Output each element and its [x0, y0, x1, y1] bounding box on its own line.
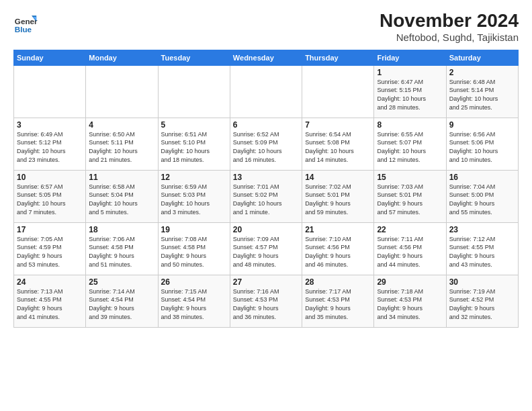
day-info: Sunrise: 6:58 AM Sunset: 5:04 PM Dayligh… [89, 183, 154, 216]
day-number: 2 [449, 68, 515, 77]
calendar-cell: 14Sunrise: 7:02 AM Sunset: 5:01 PM Dayli… [302, 170, 374, 222]
logo: General Blue General Blue [13, 11, 38, 35]
col-monday: Monday [86, 50, 158, 65]
page-title: November 2024 [380, 11, 519, 32]
day-number: 23 [449, 225, 515, 234]
day-number: 25 [89, 277, 154, 287]
day-info: Sunrise: 7:13 AM Sunset: 4:55 PM Dayligh… [17, 287, 83, 321]
calendar-cell: 12Sunrise: 6:59 AM Sunset: 5:03 PM Dayli… [158, 170, 230, 222]
day-number: 1 [377, 68, 443, 77]
day-info: Sunrise: 7:02 AM Sunset: 5:01 PM Dayligh… [305, 183, 371, 216]
day-info: Sunrise: 7:04 AM Sunset: 5:00 PM Dayligh… [449, 183, 515, 216]
day-info: Sunrise: 6:47 AM Sunset: 5:15 PM Dayligh… [377, 78, 443, 111]
day-info: Sunrise: 6:56 AM Sunset: 5:06 PM Dayligh… [449, 130, 515, 164]
calendar-table: Sunday Monday Tuesday Wednesday Thursday… [13, 50, 519, 328]
col-thursday: Thursday [302, 50, 374, 65]
calendar-cell: 26Sunrise: 7:15 AM Sunset: 4:54 PM Dayli… [158, 275, 230, 327]
day-info: Sunrise: 7:14 AM Sunset: 4:54 PM Dayligh… [89, 287, 154, 321]
calendar-week-3: 10Sunrise: 6:57 AM Sunset: 5:05 PM Dayli… [14, 170, 519, 222]
day-info: Sunrise: 6:59 AM Sunset: 5:03 PM Dayligh… [161, 183, 227, 216]
svg-text:Blue: Blue [15, 25, 32, 34]
day-number: 24 [17, 277, 83, 287]
calendar-cell: 21Sunrise: 7:10 AM Sunset: 4:56 PM Dayli… [302, 222, 374, 275]
calendar-cell: 4Sunrise: 6:50 AM Sunset: 5:11 PM Daylig… [86, 118, 158, 170]
day-info: Sunrise: 7:03 AM Sunset: 5:01 PM Dayligh… [377, 183, 443, 216]
calendar-cell [302, 65, 374, 118]
calendar-cell: 8Sunrise: 6:55 AM Sunset: 5:07 PM Daylig… [374, 118, 446, 170]
day-number: 7 [305, 120, 371, 130]
calendar-week-1: 1Sunrise: 6:47 AM Sunset: 5:15 PM Daylig… [14, 65, 519, 118]
day-info: Sunrise: 6:50 AM Sunset: 5:11 PM Dayligh… [89, 130, 154, 164]
day-number: 21 [305, 225, 371, 234]
day-info: Sunrise: 6:51 AM Sunset: 5:10 PM Dayligh… [161, 130, 227, 164]
calendar-cell [230, 65, 302, 118]
day-number: 10 [17, 173, 83, 182]
day-number: 28 [305, 277, 371, 287]
day-info: Sunrise: 6:49 AM Sunset: 5:12 PM Dayligh… [17, 130, 83, 164]
calendar-cell: 18Sunrise: 7:06 AM Sunset: 4:58 PM Dayli… [86, 222, 158, 275]
title-block: November 2024 Neftobod, Sughd, Tajikista… [380, 11, 519, 43]
calendar-cell: 5Sunrise: 6:51 AM Sunset: 5:10 PM Daylig… [158, 118, 230, 170]
calendar-cell: 29Sunrise: 7:18 AM Sunset: 4:53 PM Dayli… [374, 275, 446, 327]
calendar-cell: 30Sunrise: 7:19 AM Sunset: 4:52 PM Dayli… [446, 275, 518, 327]
calendar-cell: 9Sunrise: 6:56 AM Sunset: 5:06 PM Daylig… [446, 118, 518, 170]
day-info: Sunrise: 7:11 AM Sunset: 4:56 PM Dayligh… [377, 235, 443, 269]
day-number: 3 [17, 120, 83, 130]
calendar-cell: 24Sunrise: 7:13 AM Sunset: 4:55 PM Dayli… [14, 275, 86, 327]
day-number: 14 [305, 173, 371, 182]
calendar-cell [158, 65, 230, 118]
calendar-cell: 20Sunrise: 7:09 AM Sunset: 4:57 PM Dayli… [230, 222, 302, 275]
day-info: Sunrise: 7:10 AM Sunset: 4:56 PM Dayligh… [305, 235, 371, 269]
calendar-cell: 25Sunrise: 7:14 AM Sunset: 4:54 PM Dayli… [86, 275, 158, 327]
col-wednesday: Wednesday [230, 50, 302, 65]
col-friday: Friday [374, 50, 446, 65]
day-info: Sunrise: 6:55 AM Sunset: 5:07 PM Dayligh… [377, 130, 443, 164]
day-number: 13 [233, 173, 299, 182]
calendar-cell: 3Sunrise: 6:49 AM Sunset: 5:12 PM Daylig… [14, 118, 86, 170]
day-info: Sunrise: 7:12 AM Sunset: 4:55 PM Dayligh… [449, 235, 515, 269]
header: General Blue General Blue November 2024 … [13, 11, 519, 43]
day-info: Sunrise: 7:19 AM Sunset: 4:52 PM Dayligh… [449, 287, 515, 321]
day-number: 9 [449, 120, 515, 130]
day-number: 20 [233, 225, 299, 234]
logo-icon: General Blue [13, 11, 38, 35]
day-number: 22 [377, 225, 443, 234]
day-info: Sunrise: 7:01 AM Sunset: 5:02 PM Dayligh… [233, 183, 299, 216]
calendar-cell: 1Sunrise: 6:47 AM Sunset: 5:15 PM Daylig… [374, 65, 446, 118]
day-number: 11 [89, 173, 154, 182]
calendar-cell: 23Sunrise: 7:12 AM Sunset: 4:55 PM Dayli… [446, 222, 518, 275]
day-info: Sunrise: 7:05 AM Sunset: 4:59 PM Dayligh… [17, 235, 83, 269]
calendar-cell: 7Sunrise: 6:54 AM Sunset: 5:08 PM Daylig… [302, 118, 374, 170]
calendar-cell [86, 65, 158, 118]
day-info: Sunrise: 7:09 AM Sunset: 4:57 PM Dayligh… [233, 235, 299, 269]
calendar-cell: 2Sunrise: 6:48 AM Sunset: 5:14 PM Daylig… [446, 65, 518, 118]
day-number: 5 [161, 120, 227, 130]
day-number: 12 [161, 173, 227, 182]
day-number: 26 [161, 277, 227, 287]
header-row: Sunday Monday Tuesday Wednesday Thursday… [14, 50, 519, 65]
day-number: 8 [377, 120, 443, 130]
col-sunday: Sunday [14, 50, 86, 65]
day-info: Sunrise: 7:16 AM Sunset: 4:53 PM Dayligh… [233, 287, 299, 321]
calendar-cell: 13Sunrise: 7:01 AM Sunset: 5:02 PM Dayli… [230, 170, 302, 222]
day-info: Sunrise: 6:57 AM Sunset: 5:05 PM Dayligh… [17, 183, 83, 216]
calendar-cell: 16Sunrise: 7:04 AM Sunset: 5:00 PM Dayli… [446, 170, 518, 222]
col-tuesday: Tuesday [158, 50, 230, 65]
day-info: Sunrise: 7:08 AM Sunset: 4:58 PM Dayligh… [161, 235, 227, 269]
day-number: 4 [89, 120, 154, 130]
calendar-cell: 11Sunrise: 6:58 AM Sunset: 5:04 PM Dayli… [86, 170, 158, 222]
day-number: 27 [233, 277, 299, 287]
day-number: 15 [377, 173, 443, 182]
calendar-week-2: 3Sunrise: 6:49 AM Sunset: 5:12 PM Daylig… [14, 118, 519, 170]
day-number: 18 [89, 225, 154, 234]
calendar-cell: 28Sunrise: 7:17 AM Sunset: 4:53 PM Dayli… [302, 275, 374, 327]
col-saturday: Saturday [446, 50, 518, 65]
calendar-cell: 6Sunrise: 6:52 AM Sunset: 5:09 PM Daylig… [230, 118, 302, 170]
page-subtitle: Neftobod, Sughd, Tajikistan [380, 32, 519, 43]
day-number: 6 [233, 120, 299, 130]
day-info: Sunrise: 6:48 AM Sunset: 5:14 PM Dayligh… [449, 78, 515, 111]
day-info: Sunrise: 7:18 AM Sunset: 4:53 PM Dayligh… [377, 287, 443, 321]
calendar-cell: 10Sunrise: 6:57 AM Sunset: 5:05 PM Dayli… [14, 170, 86, 222]
day-number: 16 [449, 173, 515, 182]
calendar-week-4: 17Sunrise: 7:05 AM Sunset: 4:59 PM Dayli… [14, 222, 519, 275]
